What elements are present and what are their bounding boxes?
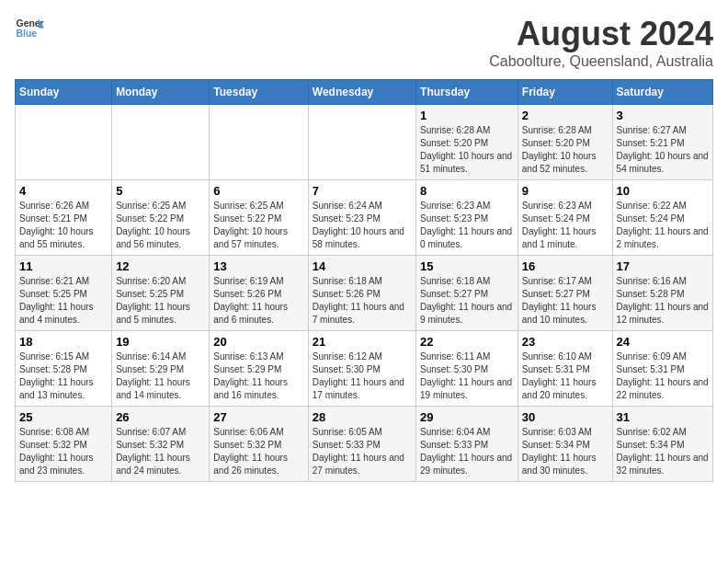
day-info: Sunrise: 6:18 AM Sunset: 5:27 PM Dayligh… (420, 275, 514, 327)
header-cell-thursday: Thursday (416, 80, 518, 105)
header-row: SundayMondayTuesdayWednesdayThursdayFrid… (16, 80, 713, 105)
calendar-cell: 22Sunrise: 6:11 AM Sunset: 5:30 PM Dayli… (416, 331, 518, 407)
day-number: 19 (116, 335, 205, 349)
calendar-cell: 13Sunrise: 6:19 AM Sunset: 5:26 PM Dayli… (210, 256, 308, 331)
day-number: 2 (522, 109, 609, 122)
page-title: August 2024 (489, 15, 713, 53)
day-number: 21 (313, 335, 412, 349)
day-info: Sunrise: 6:09 AM Sunset: 5:31 PM Dayligh… (617, 350, 709, 402)
day-info: Sunrise: 6:28 AM Sunset: 5:20 PM Dayligh… (420, 124, 514, 176)
calendar-cell: 29Sunrise: 6:04 AM Sunset: 5:33 PM Dayli… (416, 407, 518, 482)
day-number: 13 (213, 259, 303, 273)
calendar-cell: 8Sunrise: 6:23 AM Sunset: 5:23 PM Daylig… (416, 180, 518, 256)
calendar-cell: 6Sunrise: 6:25 AM Sunset: 5:22 PM Daylig… (210, 180, 308, 256)
day-info: Sunrise: 6:25 AM Sunset: 5:22 PM Dayligh… (116, 200, 205, 251)
day-number: 8 (420, 184, 514, 198)
week-row-2: 4Sunrise: 6:26 AM Sunset: 5:21 PM Daylig… (16, 180, 713, 256)
title-area: August 2024 Caboolture, Queensland, Aust… (489, 15, 713, 70)
day-number: 16 (522, 259, 609, 273)
day-info: Sunrise: 6:03 AM Sunset: 5:34 PM Dayligh… (522, 426, 609, 477)
calendar-cell (112, 105, 210, 180)
calendar-cell: 7Sunrise: 6:24 AM Sunset: 5:23 PM Daylig… (308, 180, 415, 256)
calendar-cell: 14Sunrise: 6:18 AM Sunset: 5:26 PM Dayli… (308, 256, 415, 331)
day-info: Sunrise: 6:13 AM Sunset: 5:29 PM Dayligh… (213, 350, 303, 402)
day-info: Sunrise: 6:23 AM Sunset: 5:24 PM Dayligh… (522, 200, 609, 251)
day-info: Sunrise: 6:06 AM Sunset: 5:32 PM Dayligh… (213, 426, 303, 477)
header-cell-saturday: Saturday (612, 80, 712, 105)
calendar-cell: 1Sunrise: 6:28 AM Sunset: 5:20 PM Daylig… (416, 105, 518, 180)
day-number: 30 (522, 410, 609, 424)
day-info: Sunrise: 6:21 AM Sunset: 5:25 PM Dayligh… (19, 275, 108, 327)
day-number: 17 (617, 259, 709, 273)
day-info: Sunrise: 6:22 AM Sunset: 5:24 PM Dayligh… (617, 200, 709, 251)
day-info: Sunrise: 6:20 AM Sunset: 5:25 PM Dayligh… (116, 275, 205, 327)
day-number: 15 (420, 259, 514, 273)
calendar-cell: 12Sunrise: 6:20 AM Sunset: 5:25 PM Dayli… (112, 256, 210, 331)
calendar-cell: 20Sunrise: 6:13 AM Sunset: 5:29 PM Dayli… (210, 331, 308, 407)
calendar-cell: 9Sunrise: 6:23 AM Sunset: 5:24 PM Daylig… (518, 180, 612, 256)
day-number: 29 (420, 410, 514, 424)
day-number: 25 (19, 410, 108, 424)
calendar-cell: 19Sunrise: 6:14 AM Sunset: 5:29 PM Dayli… (112, 331, 210, 407)
day-number: 10 (617, 184, 709, 198)
day-info: Sunrise: 6:16 AM Sunset: 5:28 PM Dayligh… (617, 275, 709, 327)
calendar-cell: 15Sunrise: 6:18 AM Sunset: 5:27 PM Dayli… (416, 256, 518, 331)
day-number: 5 (116, 184, 205, 198)
day-number: 28 (313, 410, 412, 424)
calendar-cell: 18Sunrise: 6:15 AM Sunset: 5:28 PM Dayli… (16, 331, 112, 407)
calendar-cell (16, 105, 112, 180)
calendar-cell: 17Sunrise: 6:16 AM Sunset: 5:28 PM Dayli… (612, 256, 712, 331)
calendar-cell: 3Sunrise: 6:27 AM Sunset: 5:21 PM Daylig… (612, 105, 712, 180)
calendar-cell (308, 105, 415, 180)
day-number: 9 (522, 184, 609, 198)
calendar-cell: 28Sunrise: 6:05 AM Sunset: 5:33 PM Dayli… (308, 407, 415, 482)
day-info: Sunrise: 6:02 AM Sunset: 5:34 PM Dayligh… (617, 426, 709, 477)
calendar-body: 1Sunrise: 6:28 AM Sunset: 5:20 PM Daylig… (16, 105, 713, 482)
day-info: Sunrise: 6:28 AM Sunset: 5:20 PM Dayligh… (522, 124, 609, 176)
day-info: Sunrise: 6:23 AM Sunset: 5:23 PM Dayligh… (420, 200, 514, 251)
week-row-4: 18Sunrise: 6:15 AM Sunset: 5:28 PM Dayli… (16, 331, 713, 407)
day-info: Sunrise: 6:15 AM Sunset: 5:28 PM Dayligh… (19, 350, 108, 402)
calendar-cell: 24Sunrise: 6:09 AM Sunset: 5:31 PM Dayli… (612, 331, 712, 407)
day-info: Sunrise: 6:25 AM Sunset: 5:22 PM Dayligh… (213, 200, 303, 251)
calendar-cell: 4Sunrise: 6:26 AM Sunset: 5:21 PM Daylig… (16, 180, 112, 256)
day-info: Sunrise: 6:08 AM Sunset: 5:32 PM Dayligh… (19, 426, 108, 477)
day-number: 6 (213, 184, 303, 198)
day-number: 20 (213, 335, 303, 349)
calendar-cell: 5Sunrise: 6:25 AM Sunset: 5:22 PM Daylig… (112, 180, 210, 256)
svg-text:Blue: Blue (17, 29, 38, 39)
day-number: 23 (522, 335, 609, 349)
day-number: 26 (116, 410, 205, 424)
day-info: Sunrise: 6:07 AM Sunset: 5:32 PM Dayligh… (116, 426, 205, 477)
day-number: 24 (617, 335, 709, 349)
calendar-cell: 31Sunrise: 6:02 AM Sunset: 5:34 PM Dayli… (612, 407, 712, 482)
day-number: 27 (213, 410, 303, 424)
week-row-3: 11Sunrise: 6:21 AM Sunset: 5:25 PM Dayli… (16, 256, 713, 331)
week-row-5: 25Sunrise: 6:08 AM Sunset: 5:32 PM Dayli… (16, 407, 713, 482)
page-subtitle: Caboolture, Queensland, Australia (489, 53, 713, 70)
day-info: Sunrise: 6:04 AM Sunset: 5:33 PM Dayligh… (420, 426, 514, 477)
logo: General Blue (15, 15, 44, 40)
page-header: General Blue August 2024 Caboolture, Que… (15, 15, 713, 70)
day-info: Sunrise: 6:19 AM Sunset: 5:26 PM Dayligh… (213, 275, 303, 327)
day-info: Sunrise: 6:14 AM Sunset: 5:29 PM Dayligh… (116, 350, 205, 402)
header-cell-monday: Monday (112, 80, 210, 105)
day-info: Sunrise: 6:05 AM Sunset: 5:33 PM Dayligh… (313, 426, 412, 477)
calendar-table: SundayMondayTuesdayWednesdayThursdayFrid… (15, 79, 713, 482)
day-number: 1 (420, 109, 514, 122)
calendar-cell: 10Sunrise: 6:22 AM Sunset: 5:24 PM Dayli… (612, 180, 712, 256)
day-info: Sunrise: 6:12 AM Sunset: 5:30 PM Dayligh… (313, 350, 412, 402)
header-cell-friday: Friday (518, 80, 612, 105)
day-number: 4 (19, 184, 108, 198)
day-number: 31 (617, 410, 709, 424)
day-number: 18 (19, 335, 108, 349)
day-info: Sunrise: 6:24 AM Sunset: 5:23 PM Dayligh… (313, 200, 412, 251)
day-number: 22 (420, 335, 514, 349)
day-info: Sunrise: 6:18 AM Sunset: 5:26 PM Dayligh… (313, 275, 412, 327)
header-cell-wednesday: Wednesday (308, 80, 415, 105)
day-number: 3 (617, 109, 709, 122)
header-cell-sunday: Sunday (16, 80, 112, 105)
calendar-header: SundayMondayTuesdayWednesdayThursdayFrid… (16, 80, 713, 105)
logo-icon: General Blue (15, 15, 44, 40)
day-number: 14 (313, 259, 412, 273)
